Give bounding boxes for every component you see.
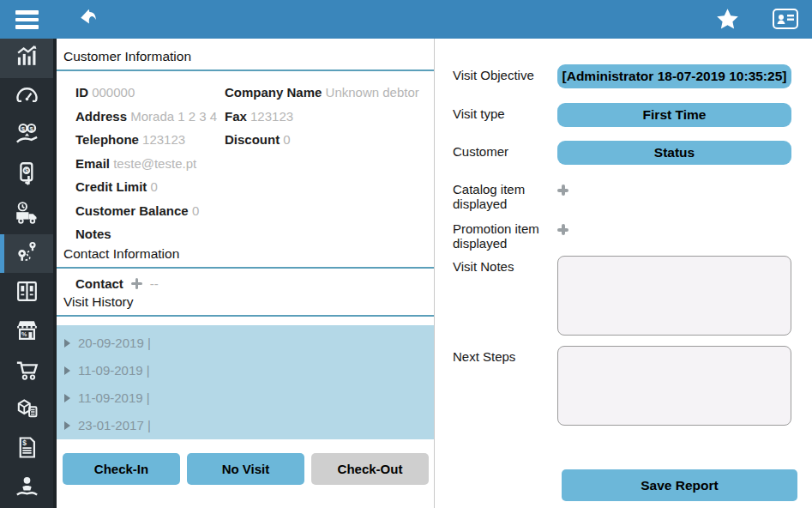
visit-history-entry[interactable]: 23-01-2017 | (57, 412, 434, 439)
cart-icon (14, 356, 40, 386)
catalog-item-label: Catalog item displayed (453, 182, 549, 211)
sidebar-item-analytics[interactable] (0, 39, 53, 78)
back-icon[interactable] (74, 6, 101, 33)
next-steps-row: Next Steps (435, 346, 812, 426)
save-report-button[interactable]: Save Report (562, 469, 797, 501)
catalog-item-row: Catalog item displayed (435, 182, 812, 211)
visit-notes-input[interactable] (557, 256, 791, 336)
no-visit-button[interactable]: No Visit (187, 453, 304, 485)
money-hand-icon: $ $ (14, 121, 40, 151)
visit-history-list: 20-09-2019 | 11-09-2019 | 11-09-2019 | 2… (57, 325, 434, 439)
svg-text:$: $ (22, 438, 27, 447)
gauge-icon (14, 82, 40, 112)
bar-chart-icon (14, 43, 40, 73)
contact-row: Contact -- (75, 276, 434, 291)
add-contact-button[interactable] (131, 278, 142, 289)
promotion-item-row: Promotion item displayed (435, 221, 812, 251)
expander-icon (64, 421, 70, 430)
visit-action-buttons: Check-In No Visit Check-Out (63, 453, 434, 485)
svg-text:$: $ (24, 167, 27, 174)
visit-objective-row: Visit Objective [Administrator 18-07-201… (435, 64, 812, 88)
inventory-icon (14, 395, 40, 425)
customer-status-row: Customer Status (435, 141, 812, 165)
sidebar-item-dashboard[interactable] (0, 78, 53, 118)
sidebar-nav: $ $ $ (0, 39, 53, 508)
sidebar-item-invoices[interactable]: $ (0, 430, 53, 469)
visit-history-title: Visit History (63, 294, 434, 310)
field-discount: Discount 0 (225, 128, 434, 152)
check-out-button[interactable]: Check-Out (311, 453, 429, 485)
sidebar-item-sales[interactable]: $ $ (0, 117, 53, 156)
check-in-button[interactable]: Check-In (63, 453, 180, 485)
svg-text:$: $ (21, 125, 25, 133)
svg-text:%: % (21, 331, 27, 338)
field-company-name: Company Name Unknown debtor (225, 81, 434, 105)
store-icon: % (14, 317, 40, 347)
section-rule (57, 70, 434, 71)
svg-text:$: $ (29, 125, 33, 133)
customer-status-label: Customer (453, 141, 557, 159)
visit-report-panel: Visit Objective [Administrator 18-07-201… (435, 39, 812, 508)
visit-type-row: Visit type First Time (435, 103, 812, 127)
sidebar-item-customers[interactable] (0, 469, 53, 508)
customer-fields: ID 000000 Company Name Unknown debtor Ad… (75, 81, 434, 246)
field-notes: Notes (75, 222, 434, 246)
field-address: Address Morada 1 2 3 4 (75, 105, 225, 129)
visit-notes-row: Visit Notes (435, 256, 812, 336)
customer-support-icon (14, 474, 40, 504)
visit-type-button[interactable]: First Time (557, 103, 791, 127)
visit-history-entry[interactable]: 20-09-2019 | (57, 330, 434, 357)
top-bar (0, 0, 812, 39)
expander-icon (64, 394, 70, 402)
expander-icon (64, 339, 70, 348)
mobile-payment-icon: $ (14, 160, 40, 190)
visit-notes-label: Visit Notes (453, 256, 557, 274)
sidebar-item-payments[interactable]: $ (0, 156, 53, 196)
field-email: Email teste@teste.pt (75, 152, 434, 176)
next-steps-label: Next Steps (453, 346, 557, 364)
field-fax: Fax 123123 (225, 105, 434, 129)
sidebar-item-store[interactable]: % (0, 312, 53, 352)
field-id: ID 000000 (75, 81, 225, 105)
visit-objective-button[interactable]: [Administrator 18-07-2019 10:35:25] (557, 64, 791, 88)
contact-info-title: Contact Information (63, 246, 434, 262)
invoice-icon: $ (14, 434, 40, 464)
customer-info-title: Customer Information (63, 49, 434, 64)
sidebar-item-orders[interactable] (0, 352, 53, 391)
section-rule (57, 267, 434, 269)
sidebar-item-delivery[interactable] (0, 195, 53, 234)
next-steps-input[interactable] (557, 346, 791, 426)
sidebar-item-inventory[interactable] (0, 390, 53, 430)
contact-label: Contact (75, 276, 123, 291)
catalog-icon (14, 278, 40, 308)
visit-objective-label: Visit Objective (453, 64, 557, 82)
field-credit-limit: Credit Limit 0 (75, 175, 434, 199)
delivery-truck-icon (14, 200, 40, 230)
star-icon[interactable] (715, 7, 740, 35)
field-customer-balance: Customer Balance 0 (75, 199, 434, 223)
visit-history-entry[interactable]: 11-09-2019 | (57, 384, 434, 412)
contact-value: -- (150, 276, 159, 291)
route-icon (14, 239, 40, 269)
expander-icon (64, 366, 70, 375)
sidebar-item-catalog[interactable] (0, 273, 53, 312)
customer-panel: Customer Information ID 000000 Company N… (57, 39, 434, 508)
add-catalog-item-button[interactable] (557, 184, 568, 196)
menu-icon[interactable] (15, 10, 39, 29)
add-promotion-item-button[interactable] (557, 224, 568, 235)
field-telephone: Telephone 123123 (75, 128, 225, 152)
visit-type-label: Visit type (453, 103, 557, 121)
sidebar-item-visits[interactable] (0, 234, 53, 274)
promotion-item-label: Promotion item displayed (453, 221, 549, 251)
section-rule (57, 315, 434, 317)
customer-status-button[interactable]: Status (557, 141, 791, 165)
visit-history-entry[interactable]: 11-09-2019 | (57, 357, 434, 384)
contact-card-icon[interactable] (771, 7, 800, 34)
